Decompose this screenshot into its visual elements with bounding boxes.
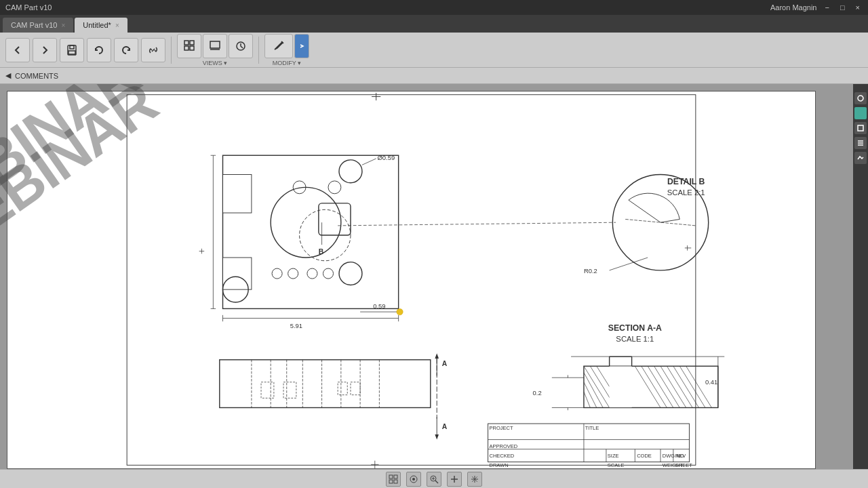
statusbar-snap-btn[interactable] bbox=[406, 472, 421, 487]
svg-text:5.91: 5.91 bbox=[290, 322, 302, 329]
svg-text:A: A bbox=[442, 360, 448, 367]
tab-untitled-close[interactable]: × bbox=[115, 22, 119, 29]
svg-text:DRAWN: DRAWN bbox=[489, 462, 508, 468]
statusbar bbox=[0, 469, 868, 488]
user-name: Aaron Magnin bbox=[770, 3, 817, 12]
svg-text:TITLE: TITLE bbox=[585, 425, 599, 431]
canvas-area[interactable]: WEBINAR bbox=[0, 84, 853, 469]
svg-text:A: A bbox=[442, 423, 448, 430]
drawing-svg: Ø0.59 B 5.91 0.59 bbox=[7, 92, 815, 468]
comments-bar: ◀ COMMENTS bbox=[0, 68, 868, 84]
tab-untitled-label: Untitled* bbox=[83, 21, 111, 29]
undo-btn[interactable] bbox=[87, 38, 111, 62]
svg-text:APPROVED: APPROVED bbox=[489, 443, 517, 449]
svg-text:SCALE 1:1: SCALE 1:1 bbox=[616, 335, 654, 343]
sidebar-btn-4[interactable] bbox=[854, 152, 867, 164]
minimize-btn[interactable]: − bbox=[822, 3, 831, 12]
back-btn[interactable] bbox=[5, 38, 30, 62]
title-bar: CAM Part v10 Aaron Magnin − □ × bbox=[0, 0, 868, 15]
svg-rect-136 bbox=[394, 480, 397, 483]
view-layout-btn[interactable] bbox=[177, 34, 201, 58]
views-group: VIEWS ▾ bbox=[177, 34, 253, 66]
svg-text:SCALE: SCALE bbox=[608, 462, 625, 468]
svg-text:R0.2: R0.2 bbox=[584, 267, 597, 274]
svg-text:CODE: CODE bbox=[637, 453, 652, 459]
svg-line-140 bbox=[435, 481, 438, 483]
svg-text:REV: REV bbox=[675, 453, 686, 459]
redo-btn[interactable] bbox=[114, 38, 138, 62]
svg-rect-1 bbox=[70, 45, 74, 49]
svg-text:SCALE 2:1: SCALE 2:1 bbox=[667, 188, 705, 197]
svg-point-128 bbox=[858, 110, 863, 116]
statusbar-zoom-btn[interactable] bbox=[427, 472, 441, 487]
link-btn[interactable] bbox=[141, 38, 165, 62]
tab-cam-part-close[interactable]: × bbox=[61, 22, 65, 29]
svg-rect-2 bbox=[68, 51, 75, 54]
sidebar-btn-2[interactable] bbox=[854, 122, 867, 134]
statusbar-ortho-btn[interactable] bbox=[447, 472, 462, 487]
sidebar-btn-green[interactable] bbox=[854, 107, 867, 119]
maximize-btn[interactable]: □ bbox=[837, 3, 848, 12]
svg-rect-133 bbox=[389, 475, 393, 479]
svg-point-138 bbox=[412, 478, 415, 481]
app-title: CAM Part v10 bbox=[5, 3, 52, 12]
svg-text:Ø0.59: Ø0.59 bbox=[378, 154, 395, 161]
views-label: VIEWS ▾ bbox=[203, 60, 228, 66]
svg-rect-134 bbox=[394, 475, 397, 479]
drawing-sheet: Ø0.59 B 5.91 0.59 bbox=[7, 91, 816, 469]
svg-rect-129 bbox=[858, 125, 863, 131]
svg-rect-15 bbox=[223, 175, 252, 214]
forward-btn[interactable] bbox=[33, 38, 57, 62]
svg-point-127 bbox=[858, 96, 863, 101]
tab-bar: CAM Part v10 × Untitled* × bbox=[0, 15, 868, 33]
svg-text:DETAIL B: DETAIL B bbox=[667, 177, 705, 186]
svg-rect-7 bbox=[210, 41, 220, 48]
toolbar: VIEWS ▾ MODIFY ▾ bbox=[0, 33, 868, 68]
modify-label: MODIFY ▾ bbox=[273, 60, 301, 66]
svg-rect-135 bbox=[389, 480, 393, 483]
tab-cam-part[interactable]: CAM Part v10 × bbox=[3, 18, 73, 33]
svg-rect-3 bbox=[184, 41, 189, 45]
modify-btn[interactable] bbox=[264, 34, 293, 58]
main-area: WEBINAR bbox=[0, 84, 868, 469]
svg-text:CHECKED: CHECKED bbox=[489, 453, 514, 459]
modify-extra-btn[interactable] bbox=[294, 34, 309, 58]
statusbar-polar-btn[interactable] bbox=[467, 472, 482, 487]
comments-arrow: ◀ bbox=[5, 71, 11, 80]
svg-text:PROJECT: PROJECT bbox=[489, 425, 513, 431]
save-btn[interactable] bbox=[60, 38, 84, 62]
right-sidebar bbox=[853, 84, 868, 469]
svg-rect-4 bbox=[190, 41, 194, 45]
tab-cam-part-label: CAM Part v10 bbox=[11, 21, 57, 29]
svg-text:B: B bbox=[319, 248, 324, 256]
svg-rect-11 bbox=[127, 95, 696, 466]
svg-text:0.41: 0.41 bbox=[705, 378, 717, 386]
svg-text:0.2: 0.2 bbox=[533, 389, 542, 396]
svg-text:SIZE: SIZE bbox=[608, 453, 619, 459]
svg-rect-5 bbox=[184, 46, 189, 50]
close-btn[interactable]: × bbox=[853, 3, 863, 12]
svg-point-39 bbox=[397, 308, 403, 314]
svg-text:SECTION A-A: SECTION A-A bbox=[608, 323, 662, 333]
svg-text:SHEET: SHEET bbox=[675, 462, 692, 468]
svg-rect-0 bbox=[68, 45, 76, 55]
svg-rect-6 bbox=[190, 46, 194, 50]
sidebar-btn-1[interactable] bbox=[854, 92, 867, 104]
view-update-btn[interactable] bbox=[229, 34, 253, 58]
svg-text:0.59: 0.59 bbox=[373, 302, 385, 310]
comments-label: COMMENTS bbox=[15, 72, 58, 80]
tab-untitled[interactable]: Untitled* × bbox=[75, 18, 127, 33]
view-named-btn[interactable] bbox=[203, 34, 227, 58]
modify-group: MODIFY ▾ bbox=[264, 34, 309, 66]
statusbar-grid-btn[interactable] bbox=[386, 472, 401, 487]
sidebar-btn-3[interactable] bbox=[854, 137, 867, 149]
